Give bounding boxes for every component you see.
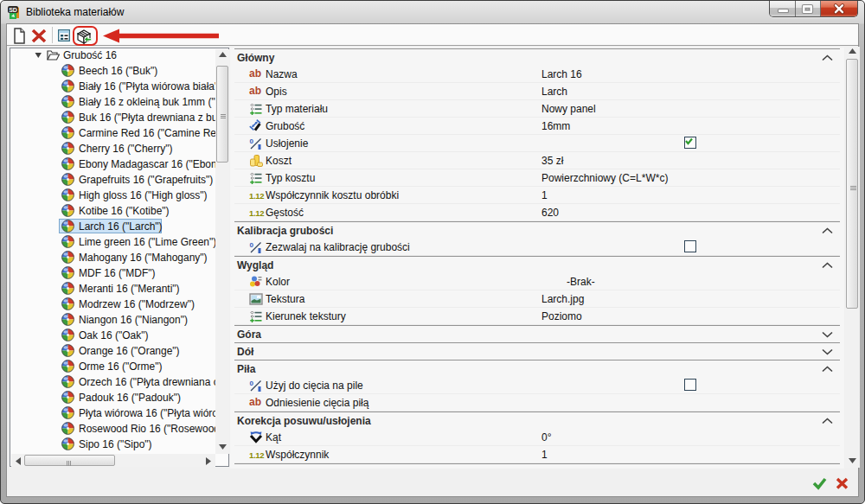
svg-text:0: 0 bbox=[250, 241, 254, 249]
svg-text:SD: SD bbox=[9, 7, 17, 13]
svg-text:0: 0 bbox=[250, 137, 254, 145]
svg-text:0: 0 bbox=[250, 380, 254, 387]
